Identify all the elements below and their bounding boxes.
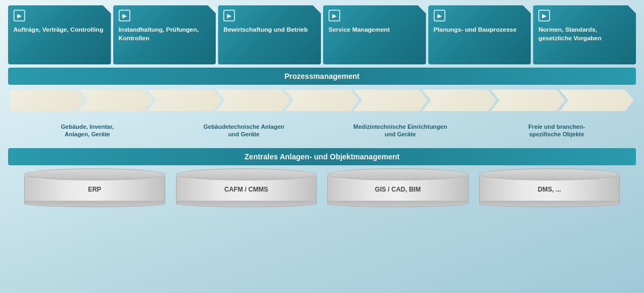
database-label: DMS, ... bbox=[538, 186, 561, 193]
play-icon: ▶ bbox=[223, 10, 235, 21]
play-icon: ▶ bbox=[434, 10, 445, 21]
database-row: ERPCAFM / CMMSGIS / CAD, BIMDMS, ... bbox=[8, 169, 636, 217]
arrow-item-5 bbox=[354, 90, 428, 111]
arrow-item-1 bbox=[79, 90, 153, 111]
zentral-bar: Zentrales Anlagen- und Objektmanagement bbox=[8, 148, 636, 165]
arrow-item-4 bbox=[285, 90, 359, 111]
database-item-db-3: GIS / CAD, BIM bbox=[327, 169, 469, 207]
tile-tile-1[interactable]: ▶Aufträge, Verträge, Controlling bbox=[8, 5, 111, 64]
top-tiles-row: ▶Aufträge, Verträge, Controlling▶Instand… bbox=[8, 5, 636, 64]
arrow-item-8 bbox=[560, 90, 634, 111]
object-item-obj-4: Freie und branchen- spezifische Objekte bbox=[480, 116, 634, 145]
cylinder-bottom bbox=[176, 201, 317, 207]
prozessmanagement-bar: Prozessmanagement bbox=[8, 68, 636, 85]
play-icon: ▶ bbox=[328, 10, 340, 21]
tile-tile-3[interactable]: ▶Bewirtschaftung und Betrieb bbox=[218, 5, 321, 64]
tile-label: Aufträge, Verträge, Controlling bbox=[13, 26, 103, 34]
arrow-item-0 bbox=[10, 90, 84, 111]
tile-label: Normen, Standards, gesetzliche Vorgaben bbox=[538, 26, 631, 42]
object-item-obj-3: Medizintechnische Einrichtungen und Gerä… bbox=[323, 116, 478, 145]
tile-tile-2[interactable]: ▶Instandhaltung, Prüfungen, Kontrollen bbox=[113, 5, 216, 64]
objects-row: Gebäude, Inventar, Anlagen, GeräteGebäud… bbox=[8, 116, 636, 145]
object-item-obj-2: Gebäudetechnische Anlagen und Geräte bbox=[167, 116, 321, 145]
tile-label: Planungs- und Bauprozesse bbox=[434, 26, 517, 34]
cylinder-top bbox=[479, 169, 620, 180]
play-icon: ▶ bbox=[13, 10, 25, 21]
tile-tile-6[interactable]: ▶Normen, Standards, gesetzliche Vorgaben bbox=[533, 5, 636, 64]
tile-label: Bewirtschaftung und Betrieb bbox=[223, 26, 308, 34]
database-item-db-4: DMS, ... bbox=[479, 169, 620, 207]
arrow-item-6 bbox=[422, 90, 496, 111]
main-container: ▶Aufträge, Verträge, Controlling▶Instand… bbox=[0, 0, 644, 293]
object-item-obj-1: Gebäude, Inventar, Anlagen, Geräte bbox=[10, 116, 165, 145]
database-item-db-1: ERP bbox=[24, 169, 165, 207]
prozessmanagement-label: Prozessmanagement bbox=[284, 72, 360, 80]
cylinder-top bbox=[176, 169, 317, 180]
zentral-label: Zentrales Anlagen- und Objektmanagement bbox=[245, 152, 400, 161]
database-label: ERP bbox=[88, 186, 101, 193]
database-item-db-2: CAFM / CMMS bbox=[176, 169, 317, 207]
database-label: GIS / CAD, BIM bbox=[375, 186, 421, 193]
cylinder-bottom bbox=[479, 201, 620, 207]
tile-tile-4[interactable]: ▶Service Management bbox=[323, 5, 426, 64]
arrows-row bbox=[8, 88, 636, 113]
tile-tile-5[interactable]: ▶Planungs- und Bauprozesse bbox=[428, 5, 531, 64]
arrow-item-7 bbox=[491, 90, 565, 111]
arrow-item-3 bbox=[216, 90, 290, 111]
cylinder-top bbox=[327, 169, 469, 180]
cylinder-top bbox=[24, 169, 165, 180]
tile-label: Service Management bbox=[328, 26, 390, 34]
play-icon: ▶ bbox=[538, 10, 550, 21]
cylinder-bottom bbox=[327, 201, 469, 207]
cylinder-bottom bbox=[24, 201, 165, 207]
play-icon: ▶ bbox=[119, 10, 130, 21]
database-label: CAFM / CMMS bbox=[224, 186, 268, 193]
tile-label: Instandhaltung, Prüfungen, Kontrollen bbox=[119, 26, 211, 42]
arrow-item-2 bbox=[148, 90, 222, 111]
